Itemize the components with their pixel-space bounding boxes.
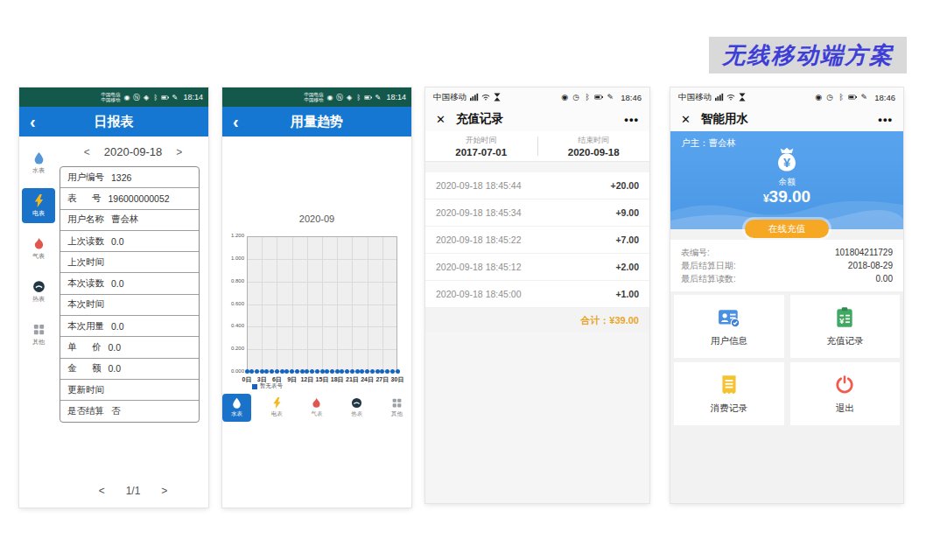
data-point (305, 369, 309, 374)
menu-item-label: 用户信息 (711, 335, 747, 347)
page-title: 日报表 (19, 114, 208, 130)
mini-program-header: ✕ 智能用水 ••• (670, 107, 903, 131)
gridline-vertical (352, 237, 353, 371)
page-title: 充值记录 (456, 111, 503, 127)
close-button[interactable]: ✕ (681, 113, 691, 126)
field-value: 0.0 (111, 236, 124, 247)
back-button[interactable]: ‹ (233, 107, 239, 136)
alarm-icon: ◷ (572, 93, 580, 102)
data-point (390, 369, 395, 374)
eye-icon: ◉ (560, 93, 569, 102)
sidebar-item-electric[interactable]: 电表 (22, 188, 55, 223)
close-button[interactable]: ✕ (436, 113, 445, 126)
start-date-picker[interactable]: 开始时间 2017-07-01 (425, 135, 537, 158)
field-label: 本次时间 (67, 298, 104, 311)
bluetooth-icon: ᛒ (151, 94, 159, 102)
x-axis-tick-label: 27日 (375, 375, 389, 384)
shield-icon: ◈ (345, 94, 353, 102)
page-next-button[interactable]: > (161, 485, 167, 497)
tab-item-water[interactable]: 水表 (222, 394, 251, 422)
recharge-record-icon: ¥ (833, 306, 856, 329)
total-row: 合计： ¥39.00 (425, 308, 649, 332)
gridline-vertical (307, 237, 308, 371)
start-date-label: 开始时间 (466, 135, 497, 146)
table-row: 上次时间 (60, 252, 199, 273)
online-recharge-button[interactable]: 在线充值 (745, 220, 829, 238)
field-label: 用户编号 (67, 172, 104, 184)
meter-type-label: 气表 (311, 410, 322, 418)
menu-item-label: 充值记录 (826, 335, 863, 347)
tab-item-other[interactable]: 其他 (382, 394, 411, 422)
pen-icon: ✎ (171, 94, 179, 102)
y-axis-tick-label: 1.000 (223, 256, 244, 261)
usage-trend-chart: 0.0000.2000.4000.6000.8001.0001.2000日3日6… (222, 136, 411, 508)
carrier-label: 中国移动 (433, 92, 466, 103)
data-point (310, 369, 314, 374)
back-button[interactable]: ‹ (30, 107, 36, 136)
tab-item-electric[interactable]: 电表 (263, 394, 291, 422)
data-point (315, 369, 319, 374)
nfc-icon: Ⓝ (335, 94, 343, 102)
data-point (335, 369, 340, 374)
recharge-list: 2020-09-18 18:45:44+20.002020-09-18 18:4… (425, 172, 649, 308)
menu-item-consumption-records[interactable]: 消费记录 (674, 362, 784, 425)
end-date-picker[interactable]: 结束时间 2020-09-18 (538, 135, 650, 158)
status-icons: ◉◷ᛒ✎ (560, 93, 614, 102)
y-axis-tick-label: 0.000 (223, 368, 244, 374)
field-value: 0.0 (109, 342, 122, 353)
bluetooth-icon: ᛒ (837, 93, 845, 102)
sidebar-item-other[interactable]: 其他 (22, 317, 55, 352)
record-time: 2020-09-18 18:45:00 (436, 289, 522, 299)
field-value: 否 (111, 405, 121, 417)
sidebar-item-gas[interactable]: 气表 (22, 231, 55, 266)
nav-bar: ‹ 日报表 (19, 107, 208, 136)
data-point (385, 369, 389, 374)
date-prev-button[interactable]: < (84, 146, 90, 158)
info-row: 最后结算日期:2018-08-29 (681, 259, 893, 272)
sidebar-item-water[interactable]: 水表 (22, 145, 55, 180)
consumption-record-icon (718, 374, 740, 396)
total-value: ¥39.00 (609, 315, 639, 326)
more-button[interactable]: ••• (624, 113, 639, 126)
money-bag-icon: ¥ (772, 144, 802, 174)
record-amount: +9.00 (615, 207, 639, 218)
wifi-icon (481, 93, 490, 102)
water-drop-icon (231, 397, 242, 409)
y-axis-tick-label: 0.200 (223, 346, 244, 351)
field-label: 单 价 (67, 341, 102, 354)
clock-label: 18:46 (621, 93, 642, 102)
battery-icon (848, 93, 857, 102)
eye-icon: ◉ (123, 94, 130, 102)
table-row: 用户编号1326 (60, 167, 199, 188)
sidebar-item-heat[interactable]: 热表 (22, 274, 55, 309)
other-icon (32, 323, 46, 336)
menu-item-recharge-records[interactable]: ¥充值记录 (790, 295, 901, 358)
pagination: < 1/1 > (58, 485, 208, 497)
hourglass-icon (493, 93, 502, 102)
gridline-vertical (382, 237, 383, 371)
page-prev-button[interactable]: < (99, 485, 105, 497)
record-amount: +7.00 (615, 234, 639, 245)
meter-type-label: 水表 (231, 410, 242, 418)
tab-item-heat[interactable]: 热表 (342, 394, 371, 422)
menu-item-exit[interactable]: 退出 (790, 362, 901, 425)
pen-icon: ✎ (374, 94, 382, 102)
table-row: 本次用量0.0 (60, 316, 199, 337)
data-point (260, 369, 264, 374)
menu-item-user-info[interactable]: 用户信息 (674, 295, 784, 358)
more-button[interactable]: ••• (878, 113, 893, 126)
clock-label: 18:14 (183, 93, 203, 102)
date-value[interactable]: 2020-09-18 (104, 145, 163, 158)
hourglass-icon (738, 93, 747, 102)
lightning-icon (271, 397, 283, 409)
tab-item-gas[interactable]: 气表 (303, 394, 332, 422)
data-point (350, 369, 354, 374)
field-label: 上次时间 (67, 256, 104, 269)
info-label: 表编号: (681, 246, 710, 259)
x-axis-tick-label: 24日 (361, 375, 374, 384)
page-title: 用量趋势 (222, 114, 411, 130)
meter-type-sidebar: 水表电表气表热表其他 (19, 136, 58, 508)
date-next-button[interactable]: > (176, 146, 182, 158)
status-bar: 中国电信 中国移动 ◉Ⓝ◈ᛒ✎ 18:14 (19, 88, 208, 107)
start-date-value: 2017-07-01 (455, 147, 507, 158)
